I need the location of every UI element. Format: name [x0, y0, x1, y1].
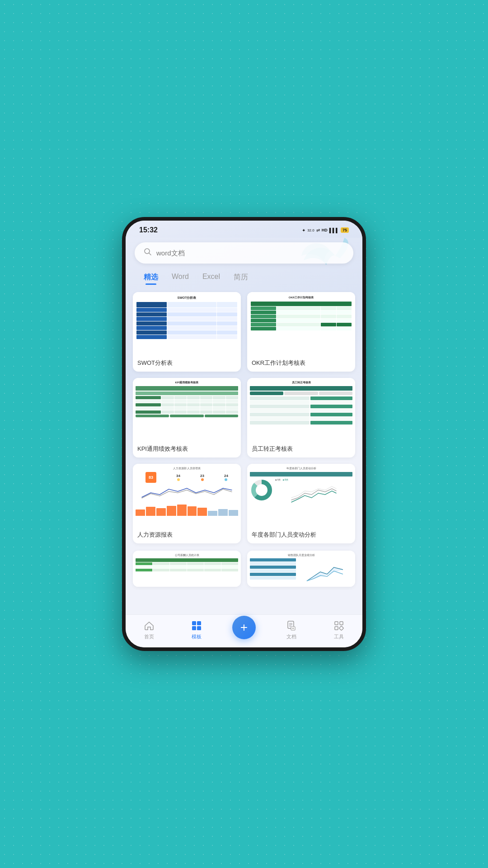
search-icon [144, 248, 152, 258]
template-card-annual[interactable]: 年度各部门人员变动分析 [247, 464, 355, 543]
add-icon: + [240, 621, 248, 634]
template-title-hr: 人力资源报表 [133, 527, 241, 543]
svg-rect-6 [197, 621, 201, 625]
search-input[interactable] [156, 249, 344, 257]
tab-resume[interactable]: 简历 [234, 273, 248, 285]
nav-document-label: 文档 [286, 633, 296, 640]
template-card-okr[interactable]: OKR工作计划考核表 [247, 292, 355, 372]
tools-icon [333, 619, 345, 632]
nav-template[interactable]: 模板 [181, 619, 212, 640]
svg-rect-5 [192, 621, 196, 625]
status-bar: 15:32 ✦ 32.0 ⇌ HD ▌▌▌ 75 [126, 221, 362, 238]
template-preview-kpi: KPI通用绩效考核表 [133, 378, 241, 441]
partial-templates-grid: 公司薪酬人员统计表 [126, 551, 362, 587]
svg-rect-17 [340, 622, 343, 625]
svg-point-4 [257, 486, 266, 495]
header-area: 精选 Word Excel 简历 [126, 238, 362, 292]
template-icon [190, 619, 203, 632]
status-icons: ✦ 32.0 ⇌ HD ▌▌▌ 75 [302, 227, 349, 233]
template-card-hr[interactable]: 人力资源部 人员管理表 83 34 [133, 464, 241, 543]
search-bar[interactable] [135, 242, 353, 264]
nav-home[interactable]: 首页 [133, 619, 165, 640]
template-preview-okr: OKR工作计划考核表 [247, 292, 355, 355]
template-title-emp: 员工转正考核表 [247, 441, 355, 458]
document-icon [285, 619, 298, 632]
template-card-emp[interactable]: 员工转正考核表 [247, 378, 355, 458]
battery-indicator: 75 [341, 227, 349, 233]
template-card-partial2[interactable]: 销售团队月度业绩分析 [247, 551, 355, 587]
status-time: 15:32 [139, 226, 158, 234]
template-title-swot: SWOT分析表 [133, 355, 241, 372]
nav-tools[interactable]: 工具 [323, 619, 355, 640]
data-speed: 32.0 [307, 228, 314, 232]
nav-tools-label: 工具 [334, 633, 344, 640]
template-title-annual: 年度各部门人员变动分析 [247, 527, 355, 543]
nav-template-label: 模板 [192, 633, 202, 640]
svg-rect-8 [197, 626, 201, 630]
svg-rect-18 [335, 627, 338, 630]
nav-document[interactable]: 文档 [276, 619, 307, 640]
template-card-partial1[interactable]: 公司薪酬人员统计表 [133, 551, 241, 587]
wifi-icon: ⇌ [316, 228, 320, 233]
template-card-kpi[interactable]: KPI通用绩效考核表 [133, 378, 241, 458]
bluetooth-icon: ✦ [302, 228, 305, 233]
template-preview-emp: 员工转正考核表 [247, 378, 355, 441]
svg-rect-7 [192, 626, 196, 630]
template-card-swot[interactable]: SWOT分析表 [133, 292, 241, 372]
svg-rect-16 [335, 622, 338, 625]
template-preview-annual: 年度各部门人员变动分析 [247, 464, 355, 527]
bottom-nav: 首页 模板 + [126, 614, 362, 647]
svg-point-0 [145, 249, 150, 254]
tab-featured[interactable]: 精选 [144, 273, 158, 285]
add-button[interactable]: + [232, 616, 256, 639]
phone-frame: 15:32 ✦ 32.0 ⇌ HD ▌▌▌ 75 [122, 217, 366, 651]
template-preview-swot: SWOT分析表 [133, 292, 241, 355]
templates-grid: SWOT分析表 [126, 292, 362, 543]
hd-icon: HD [322, 228, 328, 232]
template-preview-hr: 人力资源部 人员管理表 83 34 [133, 464, 241, 527]
template-title-kpi: KPI通用绩效考核表 [133, 441, 241, 458]
tab-excel[interactable]: Excel [202, 273, 220, 285]
tab-word[interactable]: Word [172, 273, 189, 285]
nav-home-label: 首页 [144, 633, 154, 640]
svg-rect-19 [339, 626, 343, 631]
home-icon [143, 619, 155, 632]
phone-screen: 15:32 ✦ 32.0 ⇌ HD ▌▌▌ 75 [126, 221, 362, 647]
nav-add[interactable]: + [228, 620, 260, 639]
signal-icon: ▌▌▌ [329, 228, 339, 233]
template-title-okr: OKR工作计划考核表 [247, 355, 355, 372]
